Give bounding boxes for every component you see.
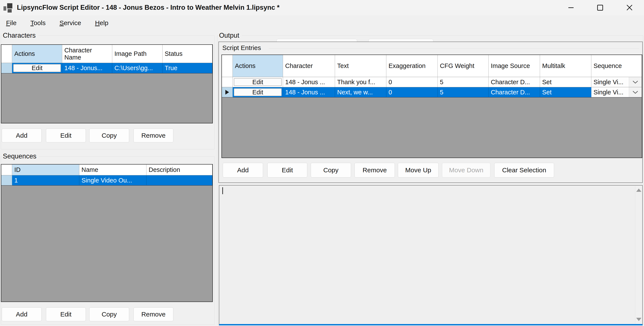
menu-help[interactable]: Help [95,19,108,27]
script-entries-table[interactable]: Actions Character Text Exaggeration CFG … [222,54,642,158]
sequences-table[interactable]: ID Name Description 1 Single Video Ou... [1,164,213,302]
sequences-header-id[interactable]: ID [12,165,79,175]
sequences-remove-button[interactable]: Remove [134,307,173,321]
characters-header-character-name[interactable]: Character Name [62,45,112,63]
sequences-header-row: ID Name Description [1,165,212,175]
characters-remove-button[interactable]: Remove [134,129,173,142]
characters-header-image-path[interactable]: Image Path [112,45,162,63]
script-add-button[interactable]: Add [223,163,263,178]
script-header-sequence[interactable]: Sequence [591,55,642,77]
cfg-weight-cell: 5 [438,77,489,87]
sequence-description-cell [146,175,212,186]
sequences-header-rowselector [1,165,12,175]
sequence-combobox[interactable]: Single Vi... [591,77,642,87]
current-row-arrow-icon [225,90,229,95]
sequence-combobox-value: Single Vi... [591,87,629,97]
script-move-down-button: Move Down [442,163,490,178]
sequences-header-description[interactable]: Description [146,165,212,175]
script-header-actions[interactable]: Actions [233,55,283,77]
title-bar: LipsyncFlow Script Editor - 148 - Jonus … [0,0,644,15]
characters-table[interactable]: Actions Character Name Image Path Status… [1,44,213,123]
table-row[interactable]: Edit 148 - Jonus ... Thank you f... 0 5 … [222,77,642,87]
table-row[interactable]: Edit 148 - Jonus... C:\Users\gg... True [1,63,212,73]
row-selector-cell[interactable] [1,63,12,73]
menu-service[interactable]: Service [59,19,81,27]
maximize-icon [597,5,603,10]
vertical-scrollbar[interactable] [635,186,642,324]
sequences-copy-button[interactable]: Copy [89,307,129,321]
characters-header-row: Actions Character Name Image Path Status [1,45,212,63]
scroll-down-icon[interactable] [636,318,642,321]
script-entries-header-row: Actions Character Text Exaggeration CFG … [222,55,642,77]
script-remove-button[interactable]: Remove [354,163,395,178]
chevron-down-icon[interactable] [629,77,642,87]
sequence-cell: Single Vi... [591,87,642,97]
row-edit-button[interactable]: Edit [234,78,282,86]
minimize-icon [568,7,574,8]
menu-file[interactable]: File [6,19,16,27]
script-header-multitalk[interactable]: Multitalk [540,55,591,77]
table-empty-area [1,73,212,123]
text-cursor [222,187,223,194]
script-header-cfg-weight[interactable]: CFG Weight [438,55,489,77]
characters-header-status[interactable]: Status [162,45,212,63]
row-edit-button[interactable]: Edit [13,64,61,72]
sequence-combobox[interactable]: Single Vi... [591,87,642,97]
characters-header-rowselector [1,45,12,63]
character-cell: 148 - Jonus ... [283,77,335,87]
sequences-edit-button[interactable]: Edit [46,307,86,321]
chevron-down-icon[interactable] [629,87,642,97]
row-selector-cell[interactable] [1,175,12,186]
characters-group-label: Characters [2,31,38,40]
actions-cell: Edit [233,77,283,87]
character-name-cell: 148 - Jonus... [62,63,112,73]
characters-copy-button[interactable]: Copy [89,129,129,142]
sequence-cell: Single Vi... [591,77,642,87]
minimize-button[interactable] [556,0,586,15]
row-edit-button[interactable]: Edit [234,88,282,96]
image-path-cell: C:\Users\gg... [112,63,162,73]
sequences-group-label: Sequences [2,152,39,161]
scroll-up-icon[interactable] [636,189,642,192]
script-header-rowselector [222,55,233,77]
script-copy-button[interactable]: Copy [311,163,351,178]
sequences-add-button[interactable]: Add [2,307,42,321]
script-clear-selection-button[interactable]: Clear Selection [494,163,554,178]
status-cell: True [162,63,212,73]
script-header-character[interactable]: Character [283,55,335,77]
exaggeration-cell: 0 [386,77,438,87]
script-header-exaggeration[interactable]: Exaggeration [386,55,438,77]
menu-bar: File Tools Service Help [0,15,644,31]
script-move-up-button[interactable]: Move Up [398,163,438,178]
row-selector-cell[interactable] [222,77,233,87]
characters-header-actions[interactable]: Actions [12,45,62,63]
table-row[interactable]: Edit 148 - Jonus ... Next, we w... 0 5 C… [222,87,642,97]
close-icon [626,4,632,10]
row-selector-cell[interactable] [222,87,233,97]
table-row[interactable]: 1 Single Video Ou... [1,175,212,186]
characters-edit-button[interactable]: Edit [46,129,86,142]
exaggeration-cell: 0 [386,87,438,97]
sequence-combobox-value: Single Vi... [591,77,629,87]
script-header-text[interactable]: Text [335,55,386,77]
cfg-weight-cell: 5 [438,87,489,97]
table-empty-area [222,97,642,158]
sequence-name-cell: Single Video Ou... [79,175,146,186]
script-entries-groupbox-border [269,48,639,48]
close-button[interactable] [615,0,644,15]
app-window: LipsyncFlow Script Editor - 148 - Jonus … [0,0,644,326]
text-cell: Thank you f... [335,77,386,87]
window-title: LipsyncFlow Script Editor - 148 - Jonus … [17,4,280,11]
actions-cell: Edit [12,63,62,73]
menu-tools[interactable]: Tools [30,19,46,27]
sequences-header-name[interactable]: Name [79,165,146,175]
script-header-image-source[interactable]: Image Source [489,55,540,77]
characters-add-button[interactable]: Add [2,129,42,142]
script-entries-group-label: Script Entries [222,44,263,51]
image-source-cell: Character D... [489,77,540,87]
script-edit-button[interactable]: Edit [268,163,307,178]
maximize-button[interactable] [586,0,615,15]
multitalk-cell: Set [540,77,591,87]
sequence-id-cell: 1 [12,175,79,186]
output-log-textbox[interactable] [219,185,643,325]
